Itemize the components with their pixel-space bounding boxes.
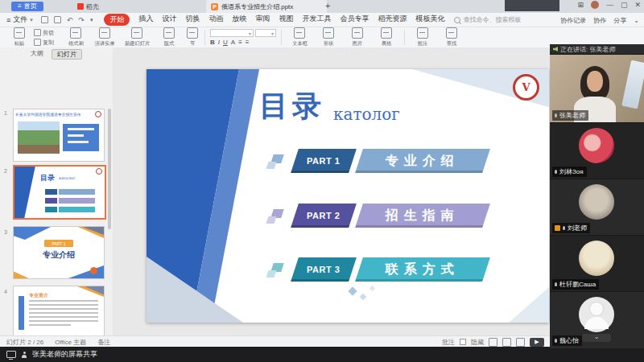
participant-tile[interactable]: 杜轩鹏Саша [550,235,644,292]
italic-button[interactable]: I [218,39,220,46]
account-avatar[interactable] [591,1,599,9]
mic-icon [555,282,557,286]
slide-thumbnail-4[interactable]: 专业简介 [13,286,105,335]
underline-button[interactable]: U [223,39,228,46]
slide-counter: 幻灯片 2 / 26 [6,338,43,347]
copy-button[interactable]: 复制 [34,39,61,47]
docer-tab[interactable]: 稻壳 [77,2,99,11]
cube-decor [266,216,277,224]
history-button[interactable]: 协作记录 [560,16,586,25]
comment-button[interactable]: 批注 [408,27,437,47]
minimize-button[interactable]: — [606,1,613,9]
menu-slideshow[interactable]: 放映 [232,14,246,26]
mini-part-row [45,207,95,212]
redo-icon[interactable]: ↷ [78,16,85,24]
menu-view[interactable]: 视图 [279,14,293,26]
paste-button[interactable]: 粘贴 [5,27,34,47]
panel-tabs: 大纲 幻灯片 [0,49,113,60]
slide-sorter-icon[interactable] [502,338,511,347]
slide-thumbnail-2-selected[interactable]: 目录 католог [13,165,106,220]
part-row-1[interactable]: PART 1 专业介绍 [267,149,485,173]
scatter-decor [369,286,375,291]
close-button[interactable]: ✕ [634,1,641,9]
screen-share-bar: 张美老师的屏幕共享 [0,347,644,362]
file-menu[interactable]: ≡ 文件 ▾ [6,14,33,25]
table-button[interactable]: 表格 [372,27,401,47]
thumb2-subtitle: католог [59,175,76,180]
search-placeholder: 查找命令、搜索模板 [463,15,521,24]
undo-icon[interactable]: ↶ [67,16,73,24]
align-left-icon[interactable]: ≡ [238,39,242,46]
decor-triangle [62,265,104,278]
scrollbar-thumb[interactable] [108,109,111,229]
participant-tile[interactable]: 刘老师 [550,179,644,236]
font-name-select[interactable]: ▾ [210,29,254,37]
new-tab-button[interactable]: + [325,1,330,10]
menu-icon: ≡ [18,2,22,11]
hide-checkbox[interactable] [460,339,466,345]
participant-tile[interactable]: ⌄ 魏心怡 [550,291,644,348]
menu-design[interactable]: 设计 [162,14,176,26]
format-painter-button[interactable]: 格式刷 [61,27,90,47]
home-tab[interactable]: ≡ 首页 [11,2,43,11]
maximize-button[interactable]: ▢ [621,1,628,9]
part-row-3[interactable]: PART 3 联系方式 [267,257,485,282]
part1-box: PART 1 [291,149,357,173]
menu-review[interactable]: 审阅 [255,14,270,26]
menu-transition[interactable]: 切换 [185,14,200,26]
current-slide[interactable]: V 目录 католог PART 1 专业介绍 PART 2 招生指南 PAR… [147,69,549,323]
menu-docer-resources[interactable]: 稻壳资源 [378,14,407,26]
speaker-icon [553,47,558,51]
campus-photo [18,121,60,154]
theme-name[interactable]: Office 主题 [55,338,86,347]
participant-name-label: 张美老师 [552,110,588,121]
menu-insert[interactable]: 插入 [138,14,153,26]
tab-outline[interactable]: 大纲 [31,49,43,60]
status-right: 批注 隐藏 ▶ [442,336,544,348]
layout-grid-icon[interactable]: ⊞ [577,1,584,9]
slide-canvas[interactable]: V 目录 католог PART 1 专业介绍 PART 2 招生指南 PAR… [113,47,550,335]
find-button[interactable]: 查找 [437,27,466,47]
participant-tile[interactable]: 刘林Зоя [550,122,644,179]
participant-video-tile[interactable]: 张美老师 [550,54,644,123]
chevron-down-icon[interactable]: ⌄ [634,17,639,24]
print-icon[interactable] [54,16,61,23]
section-button[interactable]: 节 [184,27,201,47]
menu-devtools[interactable]: 开发工具 [302,14,331,26]
menu-templates[interactable]: 模板美化 [415,14,444,26]
tab-slides[interactable]: 幻灯片 [52,49,82,60]
new-slide-button[interactable]: 新建幻灯片 [119,27,155,47]
part-row-2[interactable]: PART 2 招生指南 [267,204,485,228]
chevron-down-icon[interactable]: ▾ [90,17,93,23]
slide-thumbnail-1[interactable]: 长春大学外国语学院俄语专业招生宣传 [13,109,105,162]
lecture-record-button[interactable]: 演讲实录 [90,27,119,47]
collaborate-button[interactable]: 协作 [593,16,606,25]
notes-toggle[interactable]: 备注 [97,338,110,347]
align-center-icon[interactable]: ≡ [246,39,250,46]
font-color-button[interactable]: A [231,39,235,46]
part2-banner: 招生指南 [355,204,490,228]
normal-view-icon[interactable] [489,338,497,347]
command-search[interactable]: 查找命令、搜索模板 [454,15,521,24]
layout-button[interactable]: 版式 [155,27,184,47]
share-button[interactable]: 分享 [613,16,626,25]
picture-button[interactable]: 图片 [343,27,372,47]
save-icon[interactable] [41,16,48,23]
comments-toggle[interactable]: 批注 [442,338,455,347]
slide-thumbnail-3[interactable]: PART 1 专业介绍 [13,226,105,279]
cut-button[interactable]: 剪切 [34,29,61,37]
mic-icon [563,226,565,230]
separator [281,30,282,45]
reading-view-icon[interactable] [516,338,525,347]
collapse-chevron-button[interactable]: ⌄ [582,334,611,342]
document-tab[interactable]: P 俄语系专业招生介绍.pptx [206,0,327,13]
slideshow-play-button[interactable]: ▶ [530,338,544,347]
textbox-button[interactable]: 文本框 [285,27,314,47]
shapes-button[interactable]: 形状 [314,27,343,47]
menu-home[interactable]: 开始 [104,14,130,26]
menu-membership[interactable]: 会员专享 [340,14,369,26]
slide-number: 3 [4,229,7,235]
menu-animation[interactable]: 动画 [208,14,223,26]
bold-button[interactable]: B [210,39,215,46]
font-size-select[interactable]: ▾ [255,29,276,37]
